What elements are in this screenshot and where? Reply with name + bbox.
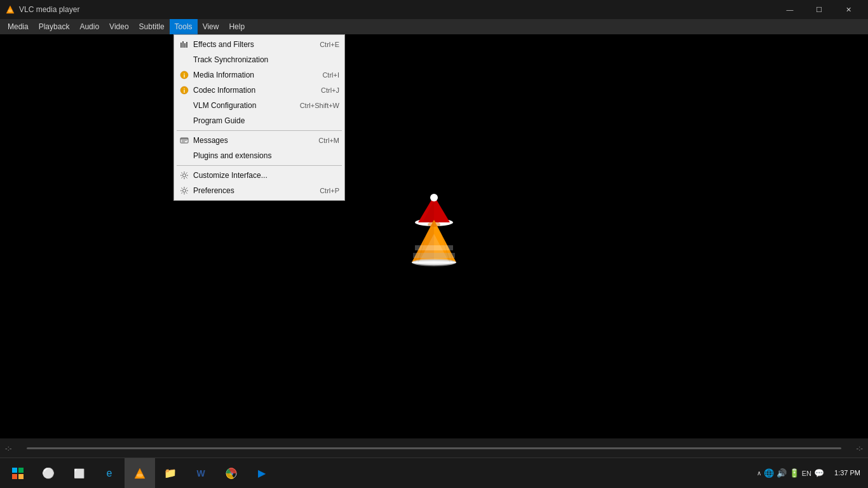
- start-button[interactable]: [3, 458, 33, 489]
- preferences-shortcut: Ctrl+P: [320, 187, 339, 194]
- maximize-button[interactable]: ☐: [804, 0, 834, 19]
- taskbar: ⚪ ⬜ e 📁 W ▶ ∧ 🌐 🔊 🔋 EN 💬 1:37 PM: [0, 458, 868, 488]
- svg-text:i: i: [184, 88, 186, 94]
- preferences-label: Preferences: [193, 186, 320, 195]
- program-guide-label: Program Guide: [193, 116, 339, 125]
- menu-item-media-info[interactable]: i Media Information Ctrl+I: [174, 67, 344, 83]
- vlc-taskbar-button[interactable]: [125, 458, 155, 489]
- codec-info-shortcut: Ctrl+J: [321, 86, 339, 94]
- menu-item-codec-info[interactable]: i Codec Information Ctrl+J: [174, 83, 344, 98]
- menu-item-effects-filters[interactable]: Effects and Filters Ctrl+E: [174, 37, 344, 52]
- time-elapsed: -:-: [5, 444, 24, 452]
- tools-dropdown-menu: Effects and Filters Ctrl+E Track Synchro…: [173, 34, 345, 201]
- codec-info-icon: i: [179, 85, 189, 95]
- chrome-button[interactable]: [216, 458, 247, 489]
- clock-time: 1:37 PM: [834, 468, 860, 477]
- menu-media[interactable]: Media: [3, 19, 34, 34]
- title-bar: VLC media player — ☐ ✕: [0, 0, 868, 19]
- svg-point-26: [428, 222, 440, 227]
- svg-point-39: [137, 473, 143, 477]
- codec-info-label: Codec Information: [193, 86, 321, 95]
- media-info-label: Media Information: [193, 71, 322, 79]
- svg-point-19: [430, 194, 438, 201]
- edge-button[interactable]: e: [94, 458, 125, 489]
- svg-rect-25: [413, 253, 455, 258]
- tray-icon-chevron[interactable]: ∧: [757, 470, 761, 477]
- effects-filters-label: Effects and Filters: [193, 40, 320, 49]
- svg-rect-4: [184, 43, 186, 48]
- messages-icon: [179, 135, 189, 146]
- program-guide-icon: [179, 116, 189, 126]
- track-sync-label: Track Synchronization: [193, 55, 339, 64]
- app-icon: [5, 4, 15, 15]
- menu-item-customize[interactable]: Customize Interface...: [174, 168, 344, 183]
- vlm-config-label: VLM Configuration: [193, 101, 300, 110]
- customize-icon: [179, 170, 189, 180]
- tray-volume-icon[interactable]: 🔊: [776, 468, 787, 478]
- task-view-button[interactable]: ⬜: [64, 458, 94, 489]
- menu-subtitle[interactable]: Subtitle: [134, 19, 170, 34]
- svg-text:i: i: [184, 72, 186, 79]
- media-player-button[interactable]: ▶: [247, 458, 277, 489]
- vlm-config-icon: [179, 100, 189, 111]
- equalizer-icon: [179, 39, 189, 50]
- taskbar-clock[interactable]: 1:37 PM: [829, 468, 865, 477]
- svg-point-16: [183, 189, 186, 193]
- svg-rect-37: [18, 474, 24, 479]
- window-controls: — ☐ ✕: [775, 0, 863, 19]
- tray-network-icon: 🌐: [764, 468, 774, 478]
- seek-bar[interactable]: [27, 447, 841, 449]
- plugins-label: Plugins and extensions: [193, 151, 339, 160]
- menu-item-preferences[interactable]: Preferences Ctrl+P: [174, 183, 344, 198]
- video-area: [0, 34, 868, 427]
- svg-point-15: [183, 174, 186, 177]
- menu-audio[interactable]: Audio: [74, 19, 104, 34]
- vlm-config-shortcut: Ctrl+Shift+W: [300, 102, 339, 109]
- tray-message-icon[interactable]: 💬: [814, 468, 824, 478]
- svg-rect-34: [12, 468, 17, 473]
- close-button[interactable]: ✕: [834, 0, 863, 19]
- tray-keyboard-icon: EN: [802, 470, 811, 477]
- customize-label: Customize Interface...: [193, 171, 339, 180]
- menu-playback[interactable]: Playback: [34, 19, 75, 34]
- menu-item-track-sync[interactable]: Track Synchronization: [174, 52, 344, 67]
- menu-item-plugins[interactable]: Plugins and extensions: [174, 148, 344, 163]
- word-button[interactable]: W: [186, 458, 216, 489]
- menu-tools[interactable]: Tools: [170, 19, 198, 34]
- menu-item-vlm-config[interactable]: VLM Configuration Ctrl+Shift+W: [174, 98, 344, 113]
- menu-item-messages[interactable]: Messages Ctrl+M: [174, 133, 344, 148]
- messages-label: Messages: [193, 136, 318, 145]
- menu-video[interactable]: Video: [104, 19, 133, 34]
- menu-view[interactable]: View: [198, 19, 224, 34]
- messages-shortcut: Ctrl+M: [318, 137, 339, 144]
- menu-item-program-guide[interactable]: Program Guide: [174, 113, 344, 128]
- svg-rect-24: [415, 245, 453, 250]
- media-info-icon: i: [179, 70, 189, 80]
- menu-bar: Media Playback Audio Video Subtitle Tool…: [0, 19, 868, 34]
- svg-marker-38: [135, 468, 145, 478]
- svg-rect-5: [186, 42, 187, 48]
- media-info-shortcut: Ctrl+I: [322, 71, 339, 79]
- track-sync-icon: [179, 55, 189, 65]
- plugins-icon: [179, 151, 189, 161]
- svg-rect-36: [12, 474, 17, 479]
- window-title: VLC media player: [19, 5, 775, 14]
- separator-1: [177, 130, 342, 131]
- file-explorer-button[interactable]: 📁: [155, 458, 186, 489]
- vlc-cone-svg: [402, 189, 466, 272]
- vlc-logo: [402, 189, 466, 272]
- svg-rect-12: [180, 138, 188, 139]
- svg-rect-3: [182, 41, 184, 48]
- separator-2: [177, 165, 342, 166]
- minimize-button[interactable]: —: [775, 0, 804, 19]
- effects-filters-shortcut: Ctrl+E: [320, 41, 339, 48]
- progress-area: -:- -:-: [0, 438, 868, 458]
- svg-rect-35: [18, 468, 24, 473]
- preferences-icon: [179, 186, 189, 196]
- time-remaining: -:-: [844, 444, 863, 452]
- system-tray: ∧ 🌐 🔊 🔋 EN 💬: [752, 468, 829, 478]
- svg-point-1: [8, 10, 13, 12]
- search-button[interactable]: ⚪: [33, 458, 64, 489]
- svg-rect-2: [180, 43, 182, 48]
- menu-help[interactable]: Help: [224, 19, 250, 34]
